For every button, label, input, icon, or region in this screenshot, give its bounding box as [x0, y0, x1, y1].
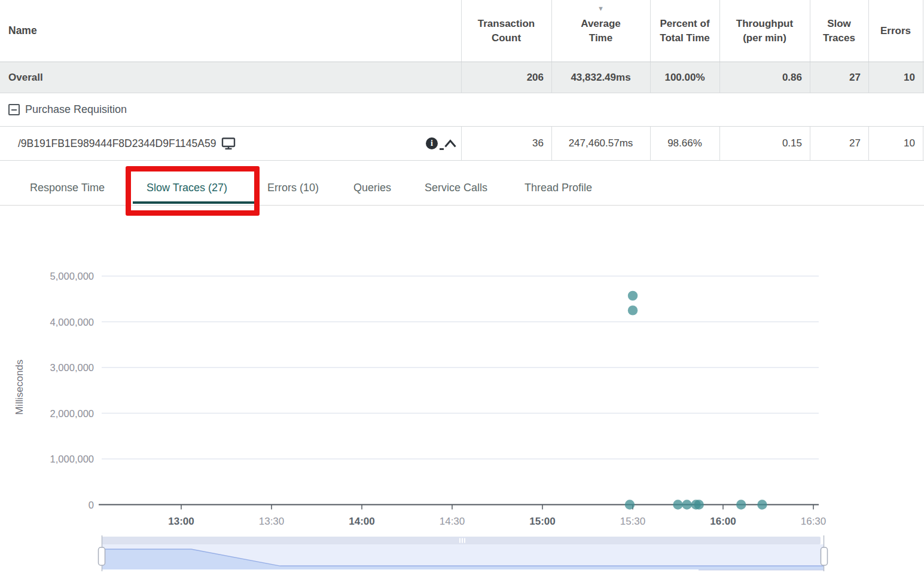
trace-point[interactable]: [682, 500, 691, 509]
x-tick-label: 13:30: [259, 516, 285, 527]
y-tick-label: 1,000,000: [50, 454, 94, 464]
sort-desc-icon: ▼: [551, 1, 650, 16]
table-row-group: Purchase Requisition: [0, 93, 924, 126]
chevron-up-icon[interactable]: [444, 139, 457, 148]
y-axis-label: Milliseconds: [14, 360, 25, 415]
row-divider: [0, 126, 924, 127]
tab-slow-traces[interactable]: Slow Traces (27): [147, 182, 227, 194]
grip-dots-icon: [462, 538, 463, 543]
overall-label: Overall: [8, 62, 43, 93]
tx-throughput: 0.15: [719, 127, 810, 160]
trace-point[interactable]: [673, 500, 682, 509]
tab-queries[interactable]: Queries: [353, 182, 391, 194]
x-tick-label: 15:30: [620, 516, 646, 527]
column-divider: [810, 0, 810, 62]
row-divider: [0, 160, 924, 161]
tab-thread-profile[interactable]: Thread Profile: [524, 182, 592, 194]
monitor-icon: [221, 137, 236, 150]
trace-point[interactable]: [736, 500, 746, 509]
y-tick-label: 0: [89, 500, 94, 510]
table-row-overall: Overall 206 43,832.49ms 100.00% 0.86 27 …: [0, 62, 924, 93]
column-divider: [551, 62, 552, 93]
column-divider: [650, 127, 651, 160]
brush-handle[interactable]: [99, 547, 105, 565]
column-divider: [923, 127, 923, 160]
column-divider: [719, 127, 720, 160]
overall-percent-total: 100.00%: [650, 62, 719, 93]
info-icon[interactable]: i: [426, 137, 438, 149]
tab-service-calls[interactable]: Service Calls: [425, 182, 487, 194]
tab-response-time[interactable]: Response Time: [30, 182, 105, 194]
overall-throughput: 0.86: [719, 62, 810, 93]
transactions-page: Name Transaction Count ▼ Average Time Pe…: [0, 0, 924, 588]
column-divider: [650, 62, 651, 93]
tx-errors: 10: [868, 127, 923, 160]
column-divider: [461, 127, 462, 160]
row-divider: [0, 62, 924, 62]
column-divider: [868, 62, 869, 93]
column-header-percent-of-total-time[interactable]: Percent of Total Time: [650, 0, 719, 62]
column-divider: [719, 0, 720, 62]
tx-average-time: 247,460.57ms: [551, 127, 650, 160]
underscore-mark: [440, 148, 444, 150]
y-tick-label: 2,000,000: [50, 408, 94, 419]
active-tab-underline: [133, 201, 254, 204]
column-divider: [923, 62, 923, 93]
trace-point[interactable]: [694, 500, 704, 509]
column-divider: [719, 62, 720, 93]
y-tick-label: 5,000,000: [50, 271, 94, 281]
column-divider: [868, 0, 869, 62]
x-tick-label: 14:00: [349, 516, 374, 527]
overall-transaction-count: 206: [461, 62, 551, 93]
trace-point[interactable]: [628, 305, 638, 315]
trace-point[interactable]: [628, 291, 638, 301]
slow-traces-scatter-chart: 5,000,0004,000,0003,000,0002,000,0001,00…: [0, 257, 924, 534]
trace-point[interactable]: [757, 500, 767, 509]
column-header-average-time[interactable]: ▼ Average Time: [551, 0, 650, 62]
column-divider: [551, 127, 552, 160]
column-divider: [551, 0, 552, 62]
grip-dots-icon: [464, 538, 465, 543]
time-range-brush: [0, 532, 924, 582]
overall-average-time: 43,832.49ms: [551, 62, 650, 93]
overall-errors: 10: [868, 62, 923, 93]
x-tick-label: 16:00: [710, 516, 736, 527]
trace-point[interactable]: [625, 500, 635, 509]
x-tick-label: 14:30: [440, 516, 465, 527]
row-divider: [0, 205, 924, 206]
transaction-name[interactable]: /9B191FB1E989444F8D2344D9F1145A59: [18, 137, 216, 150]
column-divider: [810, 62, 810, 93]
column-header-name[interactable]: Name: [8, 0, 37, 62]
column-divider: [810, 127, 810, 160]
brush-handle[interactable]: [821, 547, 828, 565]
table-row-transaction: /9B191FB1E989444F8D2344D9F1145A59 i 36 2…: [0, 127, 924, 160]
collapse-group-icon[interactable]: [8, 104, 20, 115]
y-tick-label: 4,000,000: [50, 317, 94, 327]
tx-transaction-count: 36: [461, 127, 551, 160]
column-header-throughput[interactable]: Throughput (per min): [719, 0, 810, 62]
transaction-name-cell[interactable]: /9B191FB1E989444F8D2344D9F1145A59: [18, 127, 236, 160]
y-tick-label: 3,000,000: [50, 362, 94, 373]
column-divider: [461, 0, 462, 62]
group-label[interactable]: Purchase Requisition: [25, 103, 127, 116]
column-divider: [461, 62, 462, 93]
x-tick-label: 13:00: [168, 516, 194, 527]
column-header-transaction-count[interactable]: Transaction Count: [461, 0, 551, 62]
brush-drag-bar[interactable]: [102, 537, 821, 544]
overall-slow-traces: 27: [810, 62, 868, 93]
column-header-slow-traces[interactable]: Slow Traces: [810, 0, 868, 62]
tx-percent-total: 98.66%: [650, 127, 719, 160]
column-divider: [650, 0, 651, 62]
column-divider: [923, 0, 923, 62]
grip-dots-icon: [459, 538, 461, 543]
x-tick-label: 15:00: [529, 516, 555, 527]
tx-slow-traces: 27: [810, 127, 868, 160]
x-tick-label: 16:30: [801, 516, 827, 527]
column-header-errors[interactable]: Errors: [868, 0, 923, 62]
column-divider: [868, 127, 869, 160]
row-divider: [0, 93, 924, 93]
tab-errors[interactable]: Errors (10): [267, 182, 319, 194]
